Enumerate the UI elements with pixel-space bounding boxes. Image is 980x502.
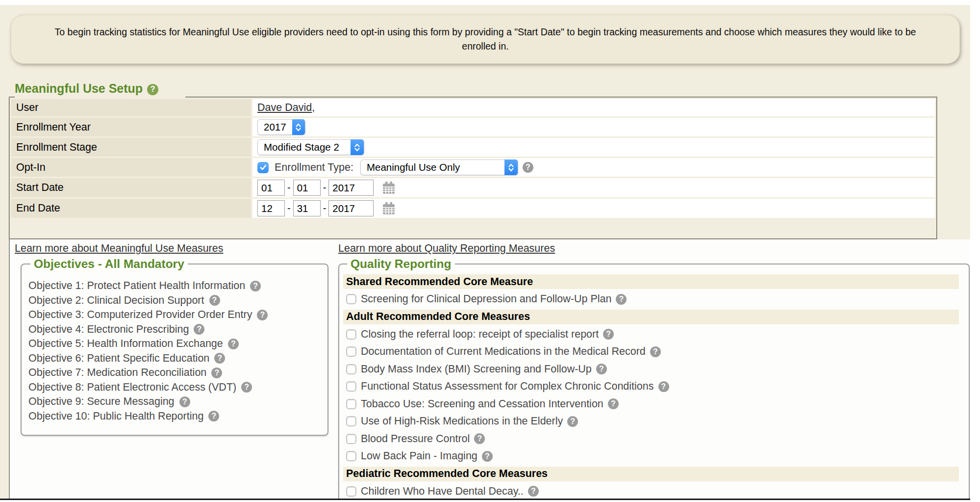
help-icon[interactable]: ?	[596, 364, 607, 374]
chevron-up-down-icon	[504, 159, 518, 175]
learn-more-mu-link[interactable]: Learn more about Meaningful Use Measures	[15, 242, 223, 255]
table-row: Enrollment Stage Modified Stage 2	[11, 138, 935, 157]
quality-measure-row: Documentation of Current Medications in …	[343, 343, 965, 361]
help-icon[interactable]: ?	[194, 324, 204, 335]
enrollment-year-cell: 2017	[252, 118, 935, 136]
measure-label: Children Who Have Dental Decay..	[361, 485, 524, 498]
quality-measure-row: Functional Status Assessment for Complex…	[343, 378, 965, 396]
measure-label: Body Mass Index (BMI) Screening and Foll…	[361, 363, 592, 375]
user-link[interactable]: Dave David,	[257, 102, 315, 113]
end-date-cell: - -	[252, 199, 935, 218]
enrollment-type-select[interactable]: Meaningful Use Only	[360, 159, 518, 175]
fieldset-border	[9, 97, 15, 98]
objective-item: Objective 9: Secure Messaging?	[28, 395, 323, 409]
objective-label: Objective 6: Patient Specific Education	[28, 352, 209, 365]
date-separator: -	[287, 203, 291, 214]
quality-measure-row: Low Back Pain - Imaging?	[343, 448, 965, 465]
measure-checkbox[interactable]	[346, 416, 356, 426]
table-row: Opt-In Enrollment Type: Meaningful Use O…	[11, 158, 935, 177]
help-icon[interactable]: ?	[608, 398, 619, 409]
help-icon[interactable]: ?	[179, 396, 190, 407]
meaningful-use-setup-page: To begin tracking statistics for Meaning…	[0, 0, 980, 502]
fieldset-border	[185, 97, 937, 98]
section-title-text: Meaningful Use Setup	[15, 81, 143, 95]
objectives-section: Objectives - All Mandatory Objective 1: …	[21, 257, 328, 436]
help-icon[interactable]: ?	[658, 381, 669, 392]
end-month-input[interactable]	[257, 200, 285, 216]
end-day-input[interactable]	[293, 200, 321, 216]
help-icon[interactable]: ?	[257, 310, 268, 320]
page-content: To begin tracking statistics for Meaning…	[0, 5, 970, 500]
learn-more-qr-link[interactable]: Learn more about Quality Reporting Measu…	[338, 242, 555, 255]
quality-reporting-title: Quality Reporting	[347, 257, 455, 271]
measure-checkbox[interactable]	[346, 399, 356, 409]
enrollment-year-label: Enrollment Year	[11, 118, 251, 136]
help-icon[interactable]: ?	[567, 416, 578, 427]
measure-label: Closing the referral loop: receipt of sp…	[361, 328, 599, 341]
start-date-cell: - -	[252, 178, 935, 197]
user-label: User	[11, 99, 251, 116]
measure-checkbox[interactable]	[346, 451, 356, 461]
calendar-icon[interactable]	[381, 201, 396, 216]
objective-label: Objective 7: Medication Reconciliation	[28, 367, 206, 379]
help-icon[interactable]: ?	[523, 162, 533, 173]
opt-in-checkbox[interactable]	[257, 162, 269, 173]
help-icon[interactable]: ?	[211, 368, 222, 378]
objective-item: Objective 7: Medication Reconciliation?	[28, 366, 323, 380]
help-icon[interactable]: ?	[241, 382, 252, 393]
help-icon[interactable]: ?	[214, 353, 225, 364]
enrollment-stage-label: Enrollment Stage	[11, 138, 251, 157]
measure-checkbox[interactable]	[346, 364, 356, 374]
chevron-up-down-icon	[351, 139, 364, 155]
help-icon[interactable]: ?	[228, 339, 239, 349]
end-date-label: End Date	[11, 199, 251, 218]
measure-checkbox[interactable]	[346, 381, 356, 392]
start-month-input[interactable]	[257, 180, 285, 196]
help-icon[interactable]: ?	[616, 294, 627, 305]
measure-checkbox[interactable]	[346, 346, 356, 357]
objectives-title: Objectives - All Mandatory	[30, 257, 188, 271]
help-icon[interactable]: ?	[650, 346, 661, 357]
quality-measure-row: Use of High-Risk Medications in the Elde…	[343, 413, 965, 430]
help-icon[interactable]: ?	[209, 295, 220, 306]
help-icon[interactable]: ?	[603, 329, 614, 340]
measure-checkbox[interactable]	[346, 434, 356, 444]
measure-label: Documentation of Current Medications in …	[361, 345, 646, 358]
measure-label: Use of High-Risk Medications in the Elde…	[361, 415, 563, 427]
help-icon[interactable]: ?	[528, 486, 539, 497]
measure-checkbox[interactable]	[346, 486, 356, 497]
measure-label: Functional Status Assessment for Complex…	[361, 380, 654, 393]
enrollment-stage-cell: Modified Stage 2	[252, 138, 935, 157]
help-icon[interactable]: ?	[208, 411, 219, 422]
help-icon[interactable]: ?	[474, 433, 485, 444]
objective-item: Objective 10: Public Health Reporting?	[28, 409, 323, 424]
quality-measure-row: Body Mass Index (BMI) Screening and Foll…	[343, 361, 965, 378]
measure-label: Tobacco Use: Screening and Cessation Int…	[361, 398, 603, 410]
start-day-input[interactable]	[293, 180, 321, 196]
enrollment-year-select[interactable]: 2017	[257, 119, 305, 135]
quality-measure-row: Screening for Clinical Depression and Fo…	[343, 291, 965, 308]
objective-label: Objective 9: Secure Messaging	[28, 396, 175, 408]
quality-measure-row: Blood Pressure Control?	[343, 430, 965, 448]
measure-checkbox[interactable]	[346, 329, 356, 340]
quality-reporting-section: Quality Reporting Shared Recommended Cor…	[338, 257, 970, 499]
end-year-input[interactable]	[328, 200, 374, 216]
quality-measure-row: Tobacco Use: Screening and Cessation Int…	[343, 396, 965, 413]
date-separator: -	[323, 203, 327, 214]
table-row: Start Date - -	[11, 178, 935, 197]
help-icon[interactable]: ?	[147, 84, 158, 95]
table-row: End Date - -	[11, 199, 935, 218]
calendar-icon[interactable]	[381, 181, 396, 195]
info-banner-text: To begin tracking statistics for Meaning…	[11, 25, 959, 53]
measure-checkbox[interactable]	[346, 294, 356, 304]
objective-item: Objective 2: Clinical Decision Support?	[28, 293, 323, 308]
quality-measure-row: Closing the referral loop: receipt of sp…	[343, 326, 965, 343]
help-icon[interactable]: ?	[250, 281, 261, 291]
quality-measures-list: Shared Recommended Core MeasureScreening…	[343, 274, 965, 499]
objective-item: Objective 1: Protect Patient Health Info…	[28, 279, 323, 293]
objective-label: Objective 5: Health Information Exchange	[28, 338, 223, 350]
enrollment-stage-select[interactable]: Modified Stage 2	[257, 139, 364, 155]
start-year-input[interactable]	[328, 180, 374, 196]
help-icon[interactable]: ?	[482, 451, 493, 462]
objective-item: Objective 4: Electronic Prescribing?	[28, 322, 323, 337]
